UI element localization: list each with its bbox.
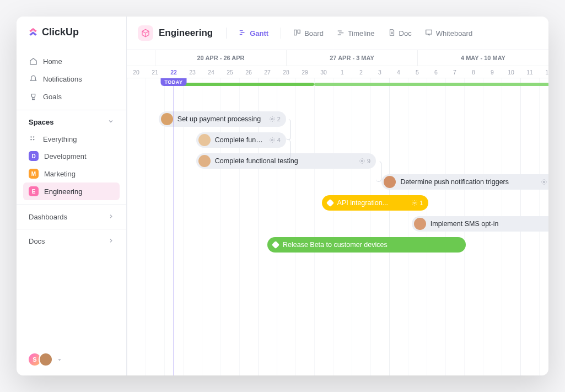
svg-point-11 [414, 202, 416, 204]
day-header[interactable]: 28 [277, 66, 295, 78]
view-label: Gantt [250, 29, 268, 37]
view-label: Board [304, 29, 324, 37]
space-everything[interactable]: Everything [23, 131, 120, 147]
today-label: TODAY [160, 78, 186, 86]
day-header[interactable]: 5 [408, 66, 427, 78]
space-title[interactable]: Engineering [138, 25, 218, 41]
docs-label: Docs [29, 237, 45, 245]
chevron-down-icon[interactable] [57, 356, 62, 364]
assignee-avatar[interactable] [384, 176, 396, 188]
space-item-engineering[interactable]: EEngineering [23, 182, 120, 200]
user-avatar[interactable] [39, 352, 53, 367]
day-header[interactable]: 1 [333, 66, 352, 78]
day-header[interactable]: 4 [389, 66, 408, 78]
day-header[interactable]: 27 [258, 66, 277, 78]
svg-point-9 [362, 160, 363, 162]
subtask-count[interactable]: 4 [269, 137, 281, 143]
task-bar[interactable]: API integration...1 [322, 195, 429, 211]
subtask-count[interactable]: 2 [269, 116, 281, 122]
chevron-right-icon [108, 237, 114, 245]
day-header[interactable]: 12 [539, 66, 548, 78]
task-bar[interactable]: Set up payment processing2 [159, 111, 286, 127]
assignee-avatar[interactable] [198, 134, 211, 146]
view-timeline[interactable]: Timeline [332, 26, 379, 40]
day-header[interactable]: 6 [427, 66, 445, 78]
day-header[interactable]: 29 [295, 66, 314, 78]
task-label: Complete functional testing [215, 157, 354, 165]
day-header[interactable]: 26 [239, 66, 258, 78]
view-doc[interactable]: Doc [384, 26, 416, 40]
day-header[interactable]: 11 [520, 66, 539, 78]
day-header[interactable]: 25 [220, 66, 239, 78]
nav-notifications[interactable]: Notifications [23, 70, 120, 88]
doc-icon [388, 29, 396, 38]
day-header[interactable]: 22 [164, 66, 183, 78]
space-badge: M [29, 169, 39, 179]
spaces-title: Spaces [29, 118, 54, 126]
day-header[interactable]: 3 [370, 66, 389, 78]
spaces-header[interactable]: Spaces [23, 118, 120, 131]
day-header[interactable]: 7 [445, 66, 464, 78]
view-board[interactable]: Board [289, 26, 328, 40]
space-badge: E [29, 186, 39, 196]
assignee-avatar[interactable] [161, 113, 173, 125]
view-gantt[interactable]: Gantt [234, 26, 273, 40]
nav-goals[interactable]: Goals [23, 88, 120, 105]
divider [281, 28, 281, 39]
day-header[interactable]: 8 [464, 66, 483, 78]
day-header[interactable]: 2 [352, 66, 370, 78]
space-label: Development [44, 152, 87, 160]
day-header[interactable]: 24 [202, 66, 220, 78]
header: Engineering Gantt Board Timeline Doc [127, 17, 548, 50]
subtask-count[interactable]: 1 [411, 200, 423, 206]
task-bar[interactable]: Determine push notification triggers1 [381, 174, 548, 190]
sidebar: ClickUp Home Notifications Goals Spaces [17, 17, 127, 375]
subtask-count[interactable]: 9 [359, 158, 370, 164]
main-content: Engineering Gantt Board Timeline Doc [127, 17, 548, 375]
space-label: Marketing [44, 170, 76, 178]
svg-point-2 [30, 139, 31, 140]
day-header[interactable]: 10 [502, 66, 520, 78]
subtask-count[interactable]: 1 [541, 179, 548, 185]
nav-home[interactable]: Home [23, 52, 120, 70]
week-header: 4 MAY - 10 MAY [417, 50, 548, 66]
svg-rect-4 [294, 30, 297, 35]
svg-point-3 [33, 139, 34, 140]
bell-icon [29, 74, 37, 83]
overview-segment[interactable] [314, 83, 548, 86]
assignee-avatar[interactable] [198, 155, 211, 167]
assignee-avatar[interactable] [414, 218, 426, 230]
cube-icon [138, 25, 153, 41]
timeline-header: 20 APR - 26 APR27 APR - 3 MAY4 MAY - 10 … [127, 50, 548, 78]
clickup-logo-icon [28, 27, 39, 38]
day-header[interactable]: 21 [146, 66, 164, 78]
grid-dots-icon [29, 135, 37, 143]
spaces-section: Spaces Everything DDevelopmentMMarketing… [17, 110, 126, 205]
logo[interactable]: ClickUp [17, 17, 126, 48]
view-label: Timeline [348, 29, 375, 37]
view-label: Whiteboard [436, 29, 472, 37]
task-bar[interactable]: Complete functio...4 [196, 132, 286, 148]
day-header[interactable]: 30 [314, 66, 333, 78]
week-header: 20 APR - 26 APR [155, 50, 286, 66]
dashboards-section[interactable]: Dashboards [17, 205, 126, 229]
gantt-icon [239, 29, 246, 38]
space-label: Everything [43, 135, 77, 143]
view-whiteboard[interactable]: Whiteboard [421, 26, 477, 40]
chevron-down-icon [107, 118, 114, 126]
primary-nav: Home Notifications Goals [17, 48, 126, 110]
day-header[interactable]: 20 [127, 66, 146, 78]
docs-section[interactable]: Docs [17, 229, 126, 253]
chevron-right-icon [108, 213, 114, 221]
week-header: 27 APR - 3 MAY [286, 50, 417, 66]
task-bar[interactable]: Implement SMS opt-in [412, 216, 548, 232]
overview-segment[interactable] [164, 83, 314, 86]
space-item-development[interactable]: DDevelopment [23, 147, 120, 165]
space-item-marketing[interactable]: MMarketing [23, 165, 120, 182]
day-header[interactable]: 9 [483, 66, 502, 78]
gantt-chart[interactable]: TODAY Set up payment processing2Complete… [127, 78, 548, 375]
nav-label: Home [43, 57, 62, 66]
nav-label: Goals [43, 93, 62, 101]
task-bar[interactable]: Release Beta to customer devices [267, 237, 466, 253]
day-header[interactable]: 23 [183, 66, 202, 78]
